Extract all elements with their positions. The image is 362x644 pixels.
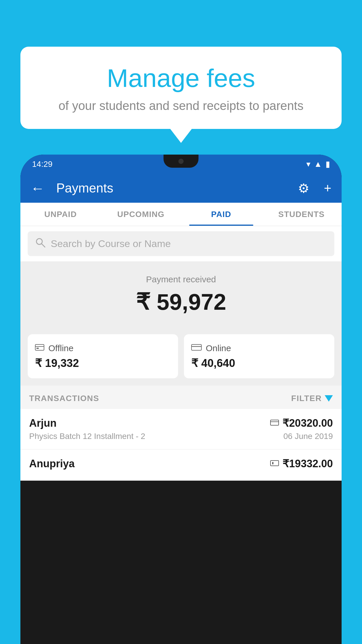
bubble-subtitle: of your students and send receipts to pa… xyxy=(35,99,327,113)
phone-notch xyxy=(164,155,198,168)
header-title: Payments xyxy=(56,181,289,195)
svg-rect-9 xyxy=(270,461,279,466)
tab-upcoming[interactable]: UPCOMING xyxy=(101,203,181,226)
app-header: ← Payments ⚙ + xyxy=(20,174,342,203)
transaction-name: Arjun xyxy=(29,417,57,429)
signal-icon: ▲ xyxy=(314,160,322,169)
filter-label: FILTER xyxy=(291,394,322,403)
transaction-row[interactable]: Arjun ₹20320.00 Physics Batch 12 Install… xyxy=(20,409,342,449)
tab-paid[interactable]: PAID xyxy=(181,203,261,226)
tab-unpaid[interactable]: UNPAID xyxy=(20,203,101,226)
tab-students[interactable]: STUDENTS xyxy=(261,203,342,226)
battery-icon: ▮ xyxy=(326,159,330,169)
wifi-icon: ▾ xyxy=(306,159,310,169)
status-bar: 14:29 ▾ ▲ ▮ xyxy=(20,155,342,174)
payment-received-section: Payment received ₹ 59,972 xyxy=(20,261,342,328)
transaction-bottom: Physics Batch 12 Installment - 2 06 June… xyxy=(29,432,333,441)
bubble-title: Manage fees xyxy=(35,64,327,92)
app-content: Search by Course or Name Payment receive… xyxy=(20,226,342,481)
svg-rect-5 xyxy=(191,344,201,350)
svg-line-1 xyxy=(42,244,45,247)
online-icon xyxy=(191,343,202,353)
transactions-label: TRANSACTIONS xyxy=(29,394,99,403)
add-button[interactable]: + xyxy=(324,181,331,195)
cash-payment-icon xyxy=(270,459,279,468)
settings-button[interactable]: ⚙ xyxy=(298,181,309,196)
payment-received-label: Payment received xyxy=(20,274,342,284)
offline-amount: ₹ 19,332 xyxy=(35,357,171,370)
svg-rect-10 xyxy=(272,462,273,464)
card-payment-icon xyxy=(270,419,279,428)
offline-card: Offline ₹ 19,332 xyxy=(28,334,178,378)
transaction-amount: ₹19332.00 xyxy=(270,458,333,470)
transactions-header: TRANSACTIONS FILTER xyxy=(20,386,342,409)
transaction-date: 06 June 2019 xyxy=(283,432,333,441)
speech-bubble: Manage fees of your students and send re… xyxy=(20,47,342,129)
search-bar-wrap: Search by Course or Name xyxy=(20,226,342,261)
transaction-row[interactable]: Anupriya ₹19332.00 xyxy=(20,449,342,481)
camera xyxy=(178,159,184,164)
offline-card-top: Offline xyxy=(35,343,171,353)
offline-icon xyxy=(35,343,44,353)
transaction-amount: ₹20320.00 xyxy=(270,417,333,429)
search-bar[interactable]: Search by Course or Name xyxy=(28,231,334,256)
search-icon xyxy=(35,237,45,250)
payment-amount: ₹ 59,972 xyxy=(20,289,342,315)
tabs-bar: UNPAID UPCOMING PAID STUDENTS xyxy=(20,203,342,226)
svg-rect-2 xyxy=(35,344,44,350)
back-button[interactable]: ← xyxy=(31,180,45,196)
search-placeholder: Search by Course or Name xyxy=(51,238,171,249)
svg-rect-7 xyxy=(270,420,279,425)
filter-triangle-icon xyxy=(325,395,333,402)
transaction-amount-value: ₹20320.00 xyxy=(282,417,333,429)
transaction-top: Anupriya ₹19332.00 xyxy=(29,458,333,470)
transaction-course: Physics Batch 12 Installment - 2 xyxy=(29,432,145,441)
filter-button[interactable]: FILTER xyxy=(291,394,333,403)
status-time: 14:29 xyxy=(32,160,52,169)
online-card: Online ₹ 40,640 xyxy=(184,334,334,378)
transaction-name: Anupriya xyxy=(29,458,75,470)
online-label: Online xyxy=(206,343,231,353)
online-card-top: Online xyxy=(191,343,327,353)
phone-frame: 14:29 ▾ ▲ ▮ ← Payments ⚙ + UNPAID UPCOMI… xyxy=(20,155,342,644)
offline-label: Offline xyxy=(48,343,73,353)
svg-rect-4 xyxy=(36,348,39,349)
status-icons: ▾ ▲ ▮ xyxy=(306,159,330,169)
transaction-top: Arjun ₹20320.00 xyxy=(29,417,333,429)
cards-row: Offline ₹ 19,332 Online ₹ 40,640 xyxy=(20,328,342,386)
online-amount: ₹ 40,640 xyxy=(191,357,327,370)
transaction-amount-value: ₹19332.00 xyxy=(282,458,333,470)
